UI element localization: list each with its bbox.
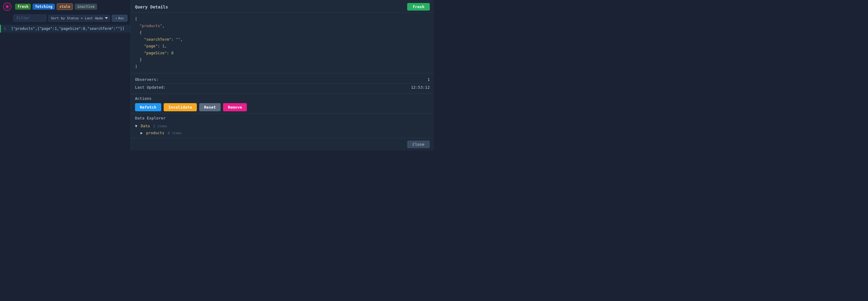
data-explorer-label: Data Explorer <box>135 116 430 120</box>
top-bar: fresh fetching stale inactive <box>0 0 130 13</box>
remove-button[interactable]: Remove <box>223 103 247 111</box>
sort-select[interactable]: Sort by Status > Last Upda <box>48 15 110 22</box>
data-root-count: 2 items <box>153 124 167 128</box>
data-root-children: ▶ products 8 items totalProductsCount: 5… <box>135 130 430 138</box>
query-details-title: Query Details <box>135 4 168 9</box>
bottom-bar: Close <box>131 138 434 150</box>
observers-row: Observers: 1 <box>135 76 430 84</box>
data-collapse-icon[interactable]: ▼ <box>135 124 137 128</box>
filter-row: Sort by Status > Last Upda ↑ Asc <box>0 13 130 24</box>
query-key: ["products",{"page":1,"pageSize":8,"sear… <box>11 27 124 31</box>
asc-button[interactable]: ↑ Asc <box>112 15 127 22</box>
products-key: products <box>146 130 164 135</box>
badge-fresh[interactable]: fresh <box>15 4 31 10</box>
refetch-button[interactable]: Refetch <box>135 103 161 111</box>
asc-arrow-icon: ↑ <box>115 17 117 20</box>
actions-section: Actions Refetch Invalidate Reset Remove <box>131 93 434 113</box>
observers-label: Observers: <box>135 77 158 82</box>
filter-input[interactable] <box>13 14 46 22</box>
products-expand-icon[interactable]: ▶ <box>141 130 143 135</box>
last-updated-label: Last Updated: <box>135 85 166 90</box>
query-list: 1 ["products",{"page":1,"pageSize":8,"se… <box>0 24 130 150</box>
json-display: [ "products", { "searchTerm": "", "page"… <box>131 13 434 73</box>
badge-stale[interactable]: stale <box>57 3 73 10</box>
last-updated-value: 12:53:12 <box>411 85 430 90</box>
meta-section: Observers: 1 Last Updated: 12:53:12 <box>131 73 434 93</box>
actions-label: Actions <box>135 96 430 101</box>
fresh-badge-large: fresh <box>407 3 430 10</box>
data-root-row[interactable]: ▼ Data 2 items <box>135 123 430 130</box>
products-count: 8 items <box>168 131 182 135</box>
observers-value: 1 <box>427 77 430 82</box>
badge-fetching[interactable]: fetching <box>33 4 55 10</box>
logo-icon <box>3 2 11 11</box>
close-button[interactable]: Close <box>407 141 430 148</box>
products-row[interactable]: ▶ products 8 items <box>141 130 430 137</box>
data-explorer-section: Data Explorer ▼ Data 2 items ▶ products … <box>131 113 434 138</box>
query-item[interactable]: 1 ["products",{"page":1,"pageSize":8,"se… <box>0 25 130 33</box>
data-root-key: Data <box>141 124 150 128</box>
right-panel: Query Details fresh [ "products", { "sea… <box>131 0 434 150</box>
action-buttons: Refetch Invalidate Reset Remove <box>135 103 430 111</box>
badge-inactive[interactable]: inactive <box>75 4 97 10</box>
svg-point-1 <box>6 5 8 8</box>
left-panel: fresh fetching stale inactive Sort by St… <box>0 0 131 150</box>
reset-button[interactable]: Reset <box>199 103 221 111</box>
query-details-header: Query Details fresh <box>131 0 434 13</box>
query-number: 1 <box>4 27 9 31</box>
invalidate-button[interactable]: Invalidate <box>164 103 197 111</box>
last-updated-row: Last Updated: 12:53:12 <box>135 84 430 91</box>
